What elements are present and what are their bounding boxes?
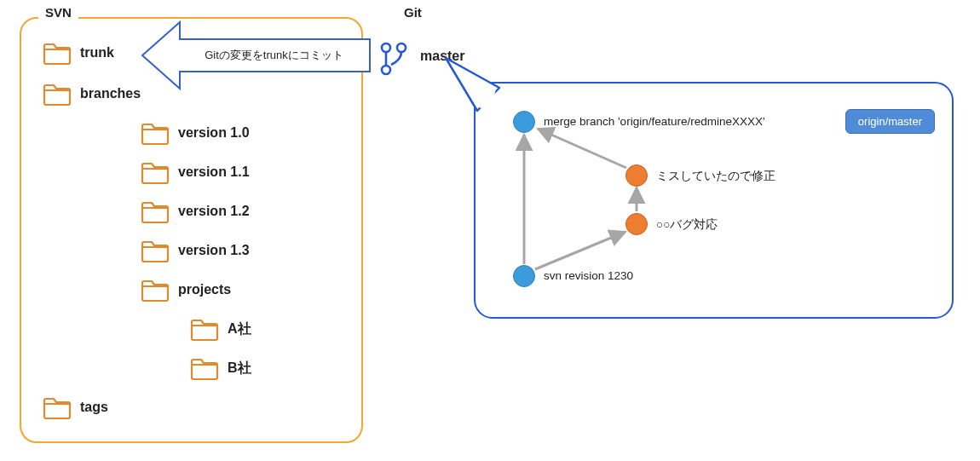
git-branch-icon bbox=[379, 41, 408, 77]
arrow-label: Gitの変更をtrunkにコミット bbox=[205, 48, 343, 63]
commit-node-bug bbox=[625, 213, 648, 235]
commit-node-merge bbox=[513, 111, 535, 133]
git-title: Git bbox=[401, 5, 425, 20]
folder-label: tags bbox=[80, 400, 108, 415]
folder-trunk: trunk bbox=[43, 41, 114, 65]
commit-label-merge: merge branch 'origin/feature/redmineXXXX… bbox=[544, 115, 765, 128]
commit-label-fix: ミスしていたので修正 bbox=[656, 169, 775, 184]
commit-arrow: Gitの変更をtrunkにコミット bbox=[179, 38, 371, 72]
folder-icon bbox=[43, 41, 72, 65]
folder-company-b: B社 bbox=[190, 356, 251, 380]
folder-icon bbox=[141, 121, 170, 145]
commit-balloon: origin/master merge branch 'origin/featu… bbox=[474, 82, 954, 319]
folder-label: B社 bbox=[228, 360, 251, 377]
folder-version-1-3: version 1.3 bbox=[141, 239, 250, 262]
folder-icon bbox=[190, 317, 219, 341]
svg-line-8 bbox=[535, 232, 625, 269]
folder-projects: projects bbox=[141, 278, 231, 302]
commit-label-svn: svn revision 1230 bbox=[544, 269, 633, 282]
folder-branches: branches bbox=[43, 82, 141, 106]
folder-label: version 1.2 bbox=[178, 204, 250, 219]
folder-version-1-0: version 1.0 bbox=[141, 121, 250, 145]
svg-line-10 bbox=[538, 129, 626, 168]
folder-label: trunk bbox=[80, 45, 114, 61]
folder-version-1-2: version 1.2 bbox=[141, 199, 250, 223]
commit-node-svn bbox=[513, 265, 535, 287]
svg-point-4 bbox=[382, 66, 390, 74]
folder-label: A社 bbox=[228, 320, 251, 338]
folder-version-1-1: version 1.1 bbox=[141, 160, 250, 184]
folder-tags: tags bbox=[43, 395, 108, 419]
folder-icon bbox=[141, 278, 170, 302]
commit-node-fix bbox=[625, 164, 648, 187]
folder-label: version 1.3 bbox=[178, 243, 250, 258]
folder-icon bbox=[141, 160, 170, 184]
folder-icon bbox=[43, 82, 72, 106]
svn-title: SVN bbox=[38, 5, 78, 20]
commit-label-bug: ○○バグ対応 bbox=[656, 217, 718, 233]
folder-label: branches bbox=[80, 86, 141, 101]
diagram-stage: SVN trunk branches version 1.0 version 1… bbox=[0, 0, 980, 461]
folder-label: version 1.0 bbox=[178, 125, 250, 141]
folder-label: projects bbox=[178, 282, 231, 297]
svg-point-2 bbox=[382, 43, 390, 52]
svg-point-3 bbox=[397, 43, 406, 52]
folder-icon bbox=[141, 199, 170, 223]
folder-icon bbox=[141, 239, 170, 262]
folder-icon bbox=[190, 356, 219, 380]
folder-company-a: A社 bbox=[190, 317, 251, 341]
folder-icon bbox=[43, 395, 72, 419]
svg-marker-0 bbox=[142, 22, 180, 89]
folder-label: version 1.1 bbox=[178, 164, 250, 180]
